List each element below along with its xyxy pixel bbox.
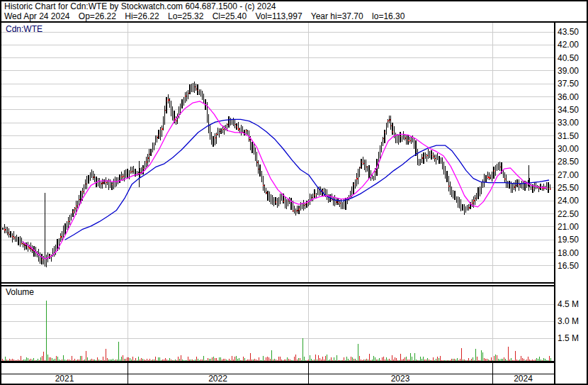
price-axis-tick: 33.00 — [558, 118, 587, 128]
header-quote-line: Wed Apr 24 2024 Op=26.22 Hi=26.22 Lo=25.… — [4, 11, 405, 21]
chart-canvas — [0, 0, 588, 385]
quote-year-high: Year hi=37.70 — [311, 11, 363, 21]
quote-volume: Vol=113,997 — [255, 11, 302, 21]
quote-open: Op=26.22 — [79, 11, 116, 21]
price-axis-tick: 39.00 — [558, 66, 587, 76]
price-axis-tick: 34.50 — [558, 105, 587, 115]
price-axis-tick: 18.00 — [558, 248, 587, 258]
price-axis-tick: 37.50 — [558, 79, 587, 89]
price-axis-tick: 42.00 — [558, 40, 587, 50]
header-title-text: Historic Chart for Cdn:WTE by Stockwatch… — [4, 1, 276, 11]
quote-low: Lo=25.32 — [168, 11, 203, 21]
price-axis-tick: 19.50 — [558, 235, 587, 245]
x-axis-year-2023: 2023 — [308, 374, 492, 384]
quote-year-low: lo=16.30 — [372, 11, 405, 21]
symbol-label: Cdn:WTE — [6, 24, 43, 34]
price-axis-tick: 27.00 — [558, 170, 587, 180]
quote-date: Wed Apr 24 2024 — [4, 11, 70, 21]
quote-close: Cl=25.40 — [213, 11, 247, 21]
price-axis-tick: 22.50 — [558, 209, 587, 219]
volume-panel-label: Volume — [6, 287, 34, 297]
volume-axis-tick: 4.5 M — [558, 299, 587, 309]
x-axis-year-2022: 2022 — [128, 374, 308, 384]
price-axis-tick: 16.50 — [558, 261, 587, 271]
price-axis-tick: 21.00 — [558, 222, 587, 232]
price-axis-tick: 36.00 — [558, 92, 587, 102]
header-title: Historic Chart for Cdn:WTE by Stockwatch… — [4, 1, 276, 11]
price-axis-tick: 28.50 — [558, 157, 587, 167]
price-axis-tick: 24.00 — [558, 196, 587, 206]
volume-axis-tick: 3.0 M — [558, 316, 587, 326]
stock-chart-window: Historic Chart for Cdn:WTE by Stockwatch… — [0, 0, 588, 385]
volume-axis-tick: 1.5 M — [558, 333, 587, 343]
price-axis-tick: 30.00 — [558, 144, 587, 154]
x-axis-year-2021: 2021 — [1, 374, 128, 384]
x-axis-year-2024: 2024 — [492, 374, 554, 384]
price-axis-tick: 43.50 — [558, 27, 587, 37]
price-axis-tick: 31.50 — [558, 131, 587, 141]
price-axis-tick: 40.50 — [558, 53, 587, 63]
quote-high: Hi=26.22 — [125, 11, 159, 21]
price-axis-tick: 25.50 — [558, 183, 587, 193]
